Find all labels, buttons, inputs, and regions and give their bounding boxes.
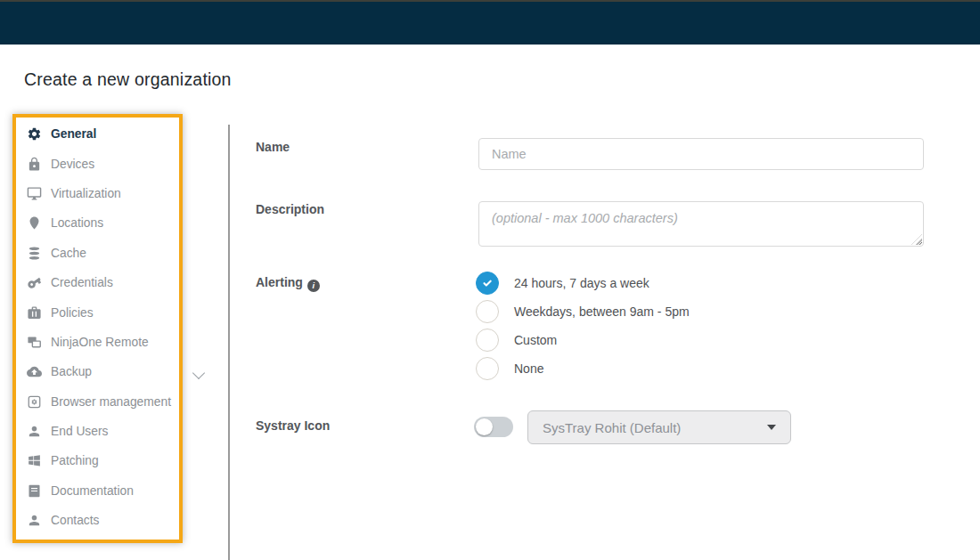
book-icon xyxy=(27,483,42,499)
alerting-option-24-7[interactable]: 24 hours, 7 days a week xyxy=(476,272,649,295)
user-icon xyxy=(27,424,42,439)
windows-icon xyxy=(27,453,42,468)
description-textarea[interactable] xyxy=(478,201,924,247)
map-pin-icon xyxy=(27,215,42,231)
sidebar-item-label: Documentation xyxy=(51,484,134,498)
radio-selected-icon[interactable] xyxy=(476,272,499,295)
systray-toggle[interactable] xyxy=(474,417,513,437)
sidebar-item-ninjaone-remote[interactable]: NinjaOne Remote xyxy=(16,328,179,357)
alerting-option-custom[interactable]: Custom xyxy=(476,329,557,352)
sidebar-item-backup[interactable]: Backup xyxy=(16,357,179,386)
settings-sidebar-highlight-box: General Devices Virtualization Locations… xyxy=(12,114,183,543)
create-organization-page: Create a new organization General Device… xyxy=(0,0,980,560)
sidebar-item-patching[interactable]: Patching xyxy=(16,446,179,475)
radio-label: None xyxy=(514,361,543,376)
page-title: Create a new organization xyxy=(24,69,232,90)
sidebar-item-label: Patching xyxy=(51,454,99,467)
sidebar-item-label: Browser management xyxy=(51,395,171,409)
browser-gear-icon xyxy=(27,394,42,410)
settings-sidebar: General Devices Virtualization Locations… xyxy=(16,118,179,535)
alerting-option-none[interactable]: None xyxy=(476,357,543,380)
sidebar-item-end-users[interactable]: End Users xyxy=(16,417,179,446)
sidebar-item-label: Policies xyxy=(51,306,94,320)
lock-icon xyxy=(27,157,42,172)
alerting-option-weekdays[interactable]: Weekdays, between 9am - 5pm xyxy=(476,300,690,323)
sidebar-item-cache[interactable]: Cache xyxy=(16,239,179,268)
radio-label: Weekdays, between 9am - 5pm xyxy=(514,304,690,319)
sidebar-item-devices[interactable]: Devices xyxy=(16,149,179,178)
description-label: Description xyxy=(256,202,324,216)
info-icon[interactable]: i xyxy=(307,280,320,292)
check-icon xyxy=(481,277,494,289)
alerting-label-text: Alerting xyxy=(256,275,303,289)
toggle-knob xyxy=(476,418,493,435)
radio-unselected-icon[interactable] xyxy=(476,300,499,323)
sidebar-item-label: Locations xyxy=(51,216,103,230)
sidebar-item-label: Credentials xyxy=(51,276,113,289)
sidebar-item-label: NinjaOne Remote xyxy=(51,336,149,349)
sidebar-item-label: Contacts xyxy=(51,514,99,527)
sidebar-item-general[interactable]: General xyxy=(16,119,179,149)
sidebar-item-label: End Users xyxy=(51,425,108,438)
sidebar-item-label: Virtualization xyxy=(51,187,121,200)
systray-icon-label: Systray Icon xyxy=(256,418,330,433)
database-icon xyxy=(27,246,42,261)
key-icon xyxy=(27,275,42,290)
sidebar-item-contacts[interactable]: Contacts xyxy=(16,506,179,535)
sidebar-item-locations[interactable]: Locations xyxy=(16,208,179,238)
remote-screens-icon xyxy=(27,335,42,350)
sidebar-item-documentation[interactable]: Documentation xyxy=(16,476,179,506)
cloud-upload-icon xyxy=(27,364,42,379)
app-header-bar xyxy=(0,0,980,45)
backup-expand-chevron-down-icon[interactable] xyxy=(194,369,204,378)
sidebar-item-label: General xyxy=(51,127,96,141)
sidebar-item-policies[interactable]: Policies xyxy=(16,297,179,327)
sidebar-item-browser-management[interactable]: Browser management xyxy=(16,387,179,417)
sidebar-item-credentials[interactable]: Credentials xyxy=(16,268,179,297)
radio-label: Custom xyxy=(514,333,557,347)
radio-label: 24 hours, 7 days a week xyxy=(514,276,649,290)
radio-unselected-icon[interactable] xyxy=(476,357,499,380)
caret-down-icon xyxy=(767,425,776,430)
sidebar-item-label: Devices xyxy=(51,158,94,171)
systray-dropdown[interactable]: SysTray Rohit (Default) xyxy=(527,410,791,444)
name-label: Name xyxy=(256,140,290,154)
systray-dropdown-value: SysTray Rohit (Default) xyxy=(543,420,767,435)
sidebar-item-virtualization[interactable]: Virtualization xyxy=(16,179,179,208)
alerting-label: Alertingi xyxy=(256,275,320,292)
user-icon xyxy=(27,513,42,528)
name-input[interactable] xyxy=(478,138,924,170)
gear-icon xyxy=(27,126,42,142)
monitor-icon xyxy=(27,186,42,201)
sidebar-item-label: Backup xyxy=(51,365,92,378)
radio-unselected-icon[interactable] xyxy=(476,329,499,352)
sidebar-item-label: Cache xyxy=(51,247,86,260)
briefcase-icon xyxy=(27,305,42,321)
sidebar-content-divider xyxy=(228,125,230,560)
